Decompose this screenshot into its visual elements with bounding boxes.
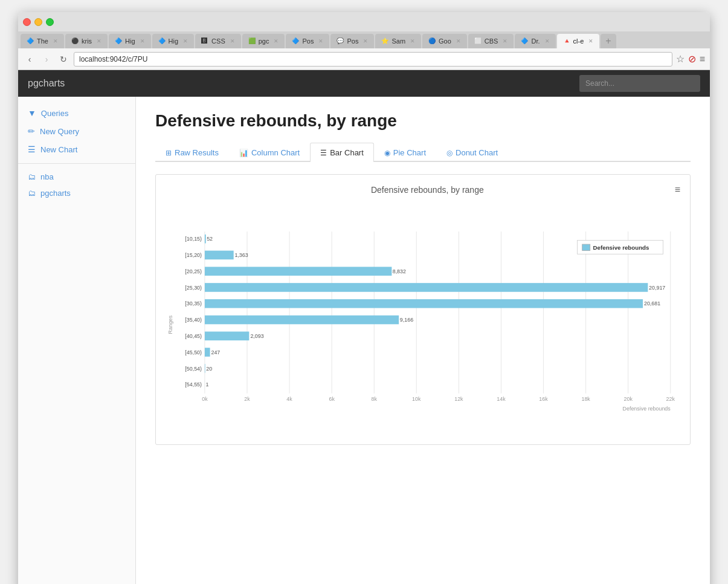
bar-value-1: 1,363: [234, 252, 248, 258]
tab-close-0[interactable]: ✕: [53, 38, 58, 44]
browser-tab-1[interactable]: ⚫ kris ✕: [65, 34, 108, 48]
tab-close-4[interactable]: ✕: [230, 38, 235, 44]
tab-label-6: Pos: [302, 37, 314, 45]
tab-favicon-12: 🔺: [563, 37, 570, 45]
bar-value-5: 9,166: [400, 317, 413, 323]
menu-icon[interactable]: ≡: [700, 54, 705, 65]
browser-tab-11[interactable]: 🔷 Dr. ✕: [515, 34, 555, 48]
legend-color: [582, 244, 590, 251]
app-title: pgcharts: [28, 78, 65, 89]
browser-tab-9[interactable]: 🔵 Goo ✕: [422, 34, 467, 48]
tab-label-7: Pos: [347, 37, 358, 45]
tab-label-10: CBS: [485, 37, 498, 45]
bar-7: [205, 348, 210, 357]
tab-label-0: The: [37, 37, 48, 45]
bar-8: [205, 364, 205, 373]
svg-text:10k: 10k: [412, 396, 421, 402]
bookmark-icon[interactable]: ☆: [676, 53, 685, 65]
tab-donut-label: Donut Chart: [456, 148, 498, 157]
tab-close-3[interactable]: ✕: [183, 38, 188, 44]
sidebar-item-new-query[interactable]: ✏ New Query: [18, 122, 135, 140]
new-tab-button[interactable]: +: [601, 34, 616, 48]
db-icon-nba: 🗂: [28, 172, 36, 181]
browser-tab-12[interactable]: 🔺 cl-e ✕: [557, 34, 600, 48]
tab-close-12[interactable]: ✕: [588, 38, 593, 44]
browser-tab-3[interactable]: 🔷 Hig ✕: [152, 34, 195, 48]
tab-favicon-4: 🅱: [201, 37, 208, 45]
raw-results-icon: ⊞: [166, 149, 172, 157]
svg-text:16k: 16k: [539, 396, 548, 402]
tab-raw-label: Raw Results: [175, 148, 219, 157]
tab-close-6[interactable]: ✕: [318, 38, 323, 44]
tab-close-1[interactable]: ✕: [97, 38, 101, 44]
reload-button[interactable]: ↻: [57, 53, 70, 66]
maximize-button[interactable]: [46, 18, 54, 26]
address-input[interactable]: [74, 52, 672, 67]
page-title: Defensive rebounds, by range: [155, 111, 691, 131]
tab-bar-label: Bar Chart: [330, 148, 364, 157]
browser-tab-10[interactable]: ⬜ CBS ✕: [468, 34, 514, 48]
bar-value-0: 52: [207, 236, 213, 242]
bar-value-2: 8,832: [393, 268, 406, 274]
y-axis-label: Ranges: [167, 315, 173, 334]
tab-label-12: cl-e: [573, 37, 584, 45]
tab-favicon-0: 🔷: [27, 37, 34, 45]
tab-label-1: kris: [82, 37, 92, 45]
app-wrapper: pgcharts ▼ Queries ✏ New Query ☰ New Cha…: [18, 70, 710, 584]
browser-tab-7[interactable]: 💬 Pos ✕: [330, 34, 374, 48]
minimize-button[interactable]: [34, 18, 42, 26]
tab-close-9[interactable]: ✕: [456, 38, 461, 44]
tab-close-11[interactable]: ✕: [545, 38, 550, 44]
new-chart-label: New Chart: [40, 145, 77, 154]
tab-label-11: Dr.: [531, 37, 540, 45]
bar-label-3: [25,30): [185, 285, 202, 291]
bar-6: [205, 331, 249, 340]
tab-close-8[interactable]: ✕: [410, 38, 415, 44]
browser-tab-5[interactable]: 🟩 pgc ✕: [242, 34, 285, 48]
svg-text:4k: 4k: [286, 396, 292, 402]
legend-label: Defensive rebounds: [593, 244, 649, 251]
close-button[interactable]: [23, 18, 31, 26]
forward-button[interactable]: ›: [40, 53, 53, 66]
back-button[interactable]: ‹: [23, 53, 36, 66]
tab-favicon-6: 🔷: [292, 37, 299, 45]
tab-favicon-5: 🟩: [248, 37, 256, 45]
bar-chart-icon: ☰: [320, 149, 327, 157]
tab-bar-chart[interactable]: ☰ Bar Chart: [310, 143, 374, 162]
search-input[interactable]: [579, 75, 700, 92]
stop-icon[interactable]: ⊘: [688, 53, 696, 65]
tab-label-8: Sam: [391, 37, 405, 45]
browser-tab-6[interactable]: 🔷 Pos ✕: [286, 34, 329, 48]
donut-chart-icon: ◎: [446, 149, 453, 157]
sidebar-item-queries[interactable]: ▼ Queries: [18, 104, 135, 122]
tab-label-3: Hig: [169, 37, 179, 45]
browser-tab-2[interactable]: 🔷 Hig ✕: [109, 34, 151, 48]
address-actions: ☆ ⊘ ≡: [676, 53, 705, 65]
top-nav: pgcharts: [18, 70, 710, 97]
tab-pie-chart[interactable]: ◉ Pie Chart: [374, 143, 436, 162]
pie-chart-icon: ◉: [384, 149, 390, 157]
main-content: Defensive rebounds, by range ⊞ Raw Resul…: [136, 97, 710, 584]
chart-icon: ☰: [28, 144, 36, 154]
tab-close-5[interactable]: ✕: [274, 38, 279, 44]
tab-close-2[interactable]: ✕: [140, 38, 145, 44]
tab-favicon-7: 💬: [337, 37, 344, 45]
browser-tab-4[interactable]: 🅱 CSS ✕: [195, 34, 241, 48]
tab-close-10[interactable]: ✕: [503, 38, 507, 44]
sidebar-item-new-chart[interactable]: ☰ New Chart: [18, 140, 135, 158]
tab-label-5: pgc: [259, 37, 269, 45]
sidebar-db-pgcharts[interactable]: 🗂 pgcharts: [18, 185, 135, 201]
bar-label-0: [10,15): [185, 236, 202, 242]
tab-donut-chart[interactable]: ◎ Donut Chart: [436, 143, 508, 162]
svg-text:22k: 22k: [666, 396, 675, 402]
tab-raw-results[interactable]: ⊞ Raw Results: [155, 143, 229, 162]
bar-0: [205, 235, 206, 244]
tab-close-7[interactable]: ✕: [363, 38, 368, 44]
browser-tab-0[interactable]: 🔷 The ✕: [21, 34, 64, 48]
sidebar-db-nba[interactable]: 🗂 nba: [18, 169, 135, 185]
tab-column-chart[interactable]: 📊 Column Chart: [229, 143, 310, 162]
chart-menu-button[interactable]: ≡: [675, 184, 680, 195]
browser-tab-8[interactable]: ⭐ Sam ✕: [375, 34, 421, 48]
db-name-pgcharts: pgcharts: [40, 189, 71, 198]
tab-bar: 🔷 The ✕ ⚫ kris ✕ 🔷 Hig ✕ 🔷 Hig ✕ 🅱 CSS ✕…: [18, 31, 710, 48]
